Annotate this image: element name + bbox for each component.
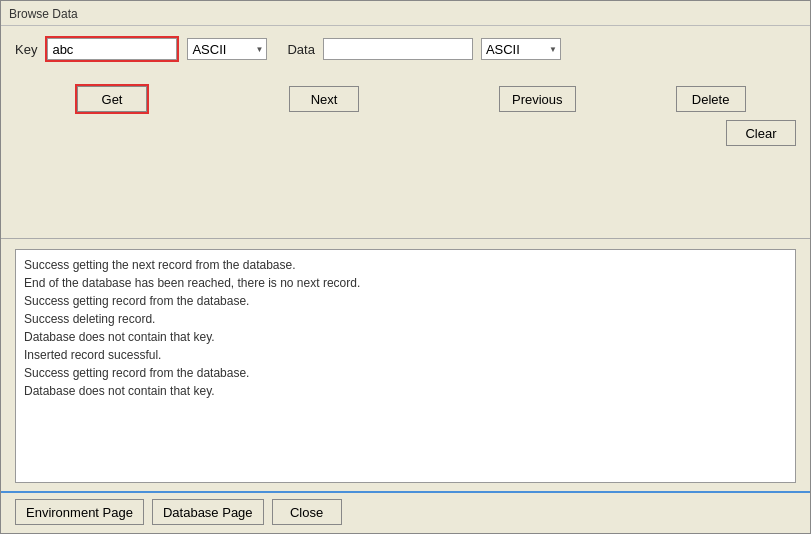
close-button[interactable]: Close [272, 499, 342, 525]
get-button-wrapper: Get [75, 84, 149, 114]
divider [1, 238, 810, 239]
main-window: Browse Data Key ASCII UTF-8 HEX Data ASC… [0, 0, 811, 534]
key-row: Key ASCII UTF-8 HEX Data ASCII UTF-8 HEX [15, 36, 796, 62]
key-label: Key [15, 42, 37, 57]
log-line-5: Inserted record sucessful. [24, 346, 787, 364]
key-input-wrapper [45, 36, 179, 62]
key-encoding-wrapper: ASCII UTF-8 HEX [187, 38, 267, 60]
title-bar: Browse Data [1, 1, 810, 26]
get-button[interactable]: Get [77, 86, 147, 112]
empty-area [1, 152, 810, 232]
data-encoding-select[interactable]: ASCII UTF-8 HEX [481, 38, 561, 60]
environment-page-button[interactable]: Environment Page [15, 499, 144, 525]
log-line-6: Success getting record from the database… [24, 364, 787, 382]
key-encoding-select[interactable]: ASCII UTF-8 HEX [187, 38, 267, 60]
log-line-7: Database does not contain that key. [24, 382, 787, 400]
data-input[interactable] [323, 38, 473, 60]
log-line-1: End of the database has been reached, th… [24, 274, 787, 292]
footer: Environment Page Database Page Close [1, 491, 810, 533]
log-line-2: Success getting record from the database… [24, 292, 787, 310]
window-title: Browse Data [9, 7, 78, 21]
log-section[interactable]: Success getting the next record from the… [15, 249, 796, 483]
button-row: Get Next Previous Delete [1, 78, 810, 120]
log-line-4: Database does not contain that key. [24, 328, 787, 346]
highlighted-log-line: Database does not contain that key. [24, 384, 215, 398]
log-line-0: Success getting the next record from the… [24, 256, 787, 274]
top-section: Key ASCII UTF-8 HEX Data ASCII UTF-8 HEX [1, 26, 810, 78]
clear-row: Clear [1, 120, 810, 152]
previous-button[interactable]: Previous [499, 86, 576, 112]
log-line-3: Success deleting record. [24, 310, 787, 328]
key-input[interactable] [47, 38, 177, 60]
database-page-button[interactable]: Database Page [152, 499, 264, 525]
clear-button[interactable]: Clear [726, 120, 796, 146]
data-label: Data [287, 42, 314, 57]
delete-button[interactable]: Delete [676, 86, 746, 112]
data-encoding-wrapper: ASCII UTF-8 HEX [481, 38, 561, 60]
next-button[interactable]: Next [289, 86, 359, 112]
